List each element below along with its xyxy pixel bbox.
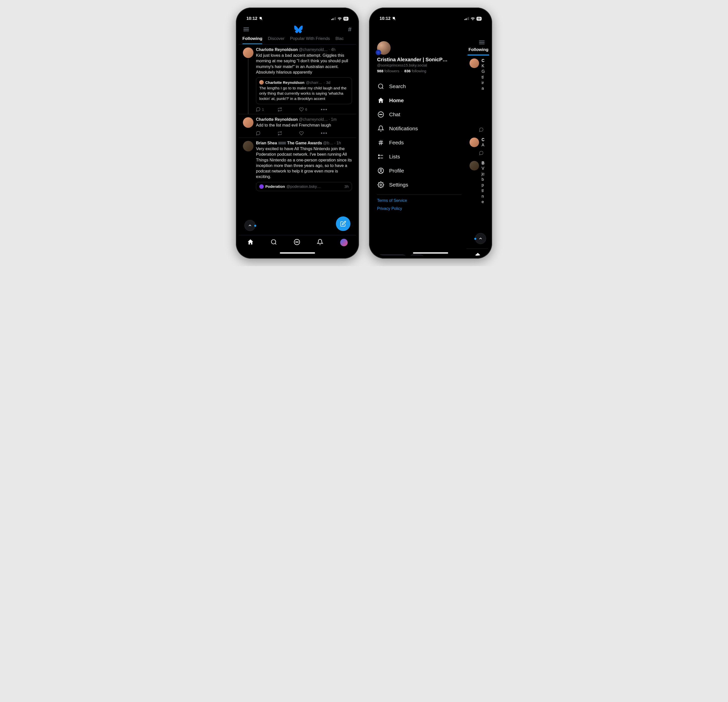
tab-following[interactable]: Following bbox=[243, 36, 262, 44]
scroll-top-button[interactable] bbox=[244, 220, 256, 231]
drawer-chat[interactable]: Chat bbox=[377, 108, 461, 121]
avatar[interactable] bbox=[469, 161, 479, 170]
svg-point-5 bbox=[297, 242, 297, 242]
reply-icon bbox=[479, 151, 484, 156]
like-button[interactable] bbox=[299, 131, 321, 135]
tab-discover[interactable]: Discover bbox=[268, 36, 285, 44]
drawer-profile[interactable]: Profile bbox=[377, 164, 461, 177]
more-button[interactable]: ••• bbox=[321, 130, 342, 136]
post[interactable]: Charlotte Reynoldson @charreynold… · 1m … bbox=[239, 114, 356, 138]
nav-home[interactable] bbox=[247, 239, 254, 246]
bottom-nav bbox=[467, 249, 489, 255]
avatar bbox=[259, 80, 264, 85]
scroll-top-button[interactable] bbox=[475, 233, 486, 244]
profile-block[interactable]: Cristina Alexander | SonicP… @sonicprinc… bbox=[377, 41, 461, 73]
post-text: Kid just loves a bad accent attempt. Gig… bbox=[256, 52, 352, 75]
repost-button[interactable] bbox=[277, 131, 299, 135]
svg-line-2 bbox=[275, 243, 276, 245]
bell-icon bbox=[378, 125, 384, 132]
battery-icon: 50 bbox=[477, 17, 482, 20]
menu-button[interactable] bbox=[243, 27, 249, 31]
tab-popular[interactable]: Popular With Friends bbox=[290, 36, 330, 44]
help-button[interactable]: Help bbox=[409, 254, 425, 255]
status-bar: 10:12 50 bbox=[372, 10, 489, 24]
reply-icon bbox=[479, 128, 484, 132]
feed[interactable]: Charlotte Reynoldson @charreynold… · 4h … bbox=[239, 45, 356, 193]
wifi-icon bbox=[337, 17, 342, 20]
top-nav: # bbox=[239, 24, 356, 34]
list-icon bbox=[378, 153, 384, 160]
like-button[interactable]: 6 bbox=[299, 107, 321, 112]
post-author[interactable]: Charlotte Reynoldson bbox=[256, 48, 298, 52]
following-link[interactable]: 836 following bbox=[404, 69, 426, 73]
followers-link[interactable]: 988 followers bbox=[377, 69, 399, 73]
repost-button[interactable] bbox=[277, 107, 299, 112]
svg-point-24 bbox=[380, 184, 382, 186]
tab-following[interactable]: Following bbox=[468, 47, 489, 55]
avatar[interactable] bbox=[469, 138, 479, 147]
privacy-link[interactable]: Privacy Policy bbox=[377, 206, 461, 211]
svg-point-23 bbox=[380, 169, 382, 171]
post[interactable]: Charlotte Reynoldson @charreynold… · 4h … bbox=[239, 45, 356, 114]
hash-icon bbox=[378, 139, 384, 146]
svg-line-9 bbox=[382, 88, 383, 89]
status-bar: 10:12 50 bbox=[239, 10, 356, 24]
avatar[interactable] bbox=[377, 41, 391, 55]
home-indicator[interactable] bbox=[280, 252, 315, 254]
post-text: Very excited to have All Things Nintendo… bbox=[256, 146, 352, 180]
menu-button[interactable] bbox=[479, 41, 485, 44]
feed-tabs: Following Discover Popular With Friends … bbox=[239, 34, 356, 45]
svg-point-1 bbox=[271, 239, 276, 244]
avatar[interactable] bbox=[243, 117, 253, 128]
bluesky-logo[interactable] bbox=[294, 26, 303, 33]
gear-icon bbox=[378, 182, 384, 188]
more-button[interactable]: ••• bbox=[321, 107, 342, 112]
drawer-settings[interactable]: Settings bbox=[377, 178, 461, 192]
feeds-button[interactable]: # bbox=[348, 26, 351, 33]
drawer-notifications[interactable]: Notifications bbox=[377, 122, 461, 135]
mute-icon bbox=[259, 17, 263, 20]
quote-post[interactable]: Poderation @poderation.bsky… 3h bbox=[256, 182, 352, 191]
profile-name: Cristina Alexander | SonicP… bbox=[377, 57, 461, 62]
post-handle[interactable]: @b… bbox=[323, 141, 333, 146]
mute-icon bbox=[392, 17, 396, 20]
drawer-search[interactable]: Search bbox=[377, 79, 461, 93]
tos-link[interactable]: Terms of Service bbox=[377, 198, 461, 203]
svg-point-20 bbox=[378, 157, 379, 159]
avatar bbox=[259, 184, 264, 189]
battery-icon: 50 bbox=[344, 17, 348, 20]
reply-button[interactable]: 1 bbox=[256, 107, 277, 112]
post-handle[interactable]: @charreynold… bbox=[299, 48, 328, 52]
svg-point-4 bbox=[296, 242, 296, 242]
compose-button[interactable] bbox=[336, 216, 350, 231]
svg-point-6 bbox=[298, 242, 298, 242]
post-author[interactable]: Charlotte Reynoldson bbox=[256, 117, 298, 122]
avatar[interactable] bbox=[243, 48, 253, 58]
feedback-button[interactable]: Feedback bbox=[377, 254, 407, 255]
tab-black[interactable]: Blac bbox=[335, 36, 344, 44]
drawer-lists[interactable]: Lists bbox=[377, 150, 461, 163]
avatar[interactable] bbox=[469, 59, 479, 68]
home-indicator[interactable] bbox=[413, 252, 448, 254]
post[interactable]: Brian Shea SOON The Game Awards @b… · 1h… bbox=[239, 138, 356, 193]
drawer-home[interactable]: Home bbox=[377, 94, 461, 107]
avatar[interactable] bbox=[243, 141, 253, 151]
svg-point-12 bbox=[381, 114, 381, 115]
nav-notifications[interactable] bbox=[317, 239, 323, 246]
quote-post[interactable]: Charlotte Reynoldson @charr… · 3d The le… bbox=[256, 77, 352, 104]
badge: SOON bbox=[278, 141, 286, 145]
reply-button[interactable] bbox=[256, 131, 277, 135]
new-posts-indicator bbox=[254, 225, 256, 227]
post-author[interactable]: Brian Shea bbox=[256, 141, 277, 146]
nav-chat[interactable] bbox=[294, 239, 300, 246]
nav-search[interactable] bbox=[270, 239, 277, 246]
feed-underlay[interactable]: Following C K G tl ir a C A bbox=[467, 37, 489, 255]
nav-home[interactable] bbox=[475, 252, 481, 255]
svg-line-16 bbox=[380, 140, 380, 145]
nav-profile[interactable] bbox=[340, 239, 348, 246]
chat-icon bbox=[378, 111, 384, 118]
drawer-feeds[interactable]: Feeds bbox=[377, 136, 461, 149]
post-handle[interactable]: @charreynold… bbox=[299, 117, 328, 122]
post-time: 1h bbox=[337, 141, 341, 146]
post-text: Add to the list mad evil Frenchman laugh bbox=[256, 122, 352, 128]
